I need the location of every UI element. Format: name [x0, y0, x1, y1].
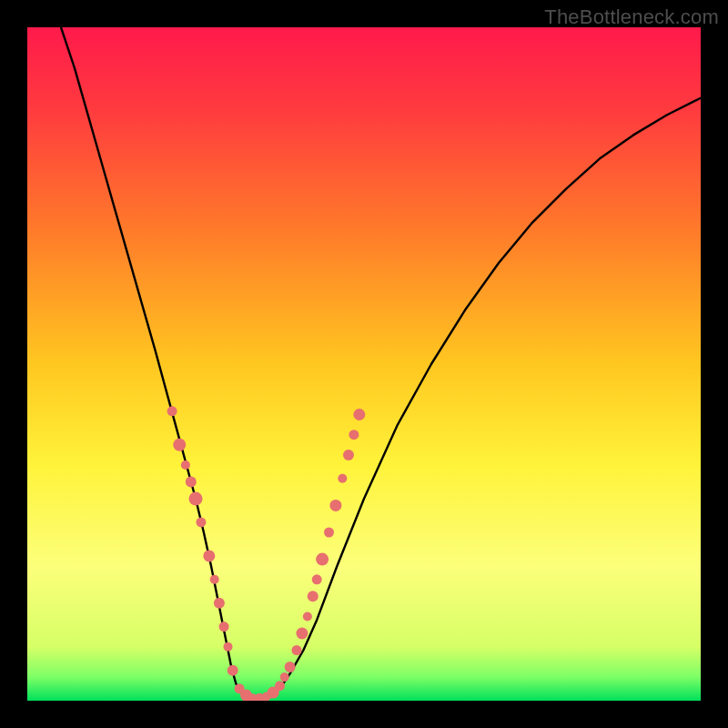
gradient-background: [27, 27, 701, 701]
sample-marker: [173, 439, 186, 451]
sample-marker: [312, 574, 322, 584]
sample-marker: [324, 528, 334, 538]
sample-marker: [285, 662, 296, 672]
sample-marker: [329, 500, 341, 511]
sample-marker: [353, 409, 365, 420]
sample-marker: [303, 612, 312, 622]
watermark-text: TheBottleneck.com: [544, 5, 719, 29]
sample-marker: [275, 681, 285, 691]
sample-marker: [228, 665, 238, 676]
sample-marker: [189, 492, 203, 506]
sample-marker: [196, 517, 206, 527]
sample-marker: [181, 460, 190, 470]
chart-frame: TheBottleneck.com: [0, 0, 728, 728]
sample-marker: [214, 598, 225, 609]
sample-marker: [296, 628, 308, 640]
sample-marker: [308, 591, 318, 602]
plot-area: [27, 27, 701, 701]
sample-marker: [210, 575, 219, 584]
sample-marker: [280, 672, 289, 682]
sample-marker: [186, 477, 197, 488]
sample-marker: [219, 622, 229, 632]
bottleneck-chart: [27, 27, 701, 701]
sample-marker: [167, 406, 177, 416]
sample-marker: [343, 450, 354, 460]
sample-marker: [292, 645, 302, 655]
sample-marker: [349, 430, 359, 440]
sample-marker: [203, 550, 215, 561]
sample-marker: [224, 642, 233, 652]
sample-marker: [316, 553, 329, 566]
sample-marker: [338, 474, 347, 483]
